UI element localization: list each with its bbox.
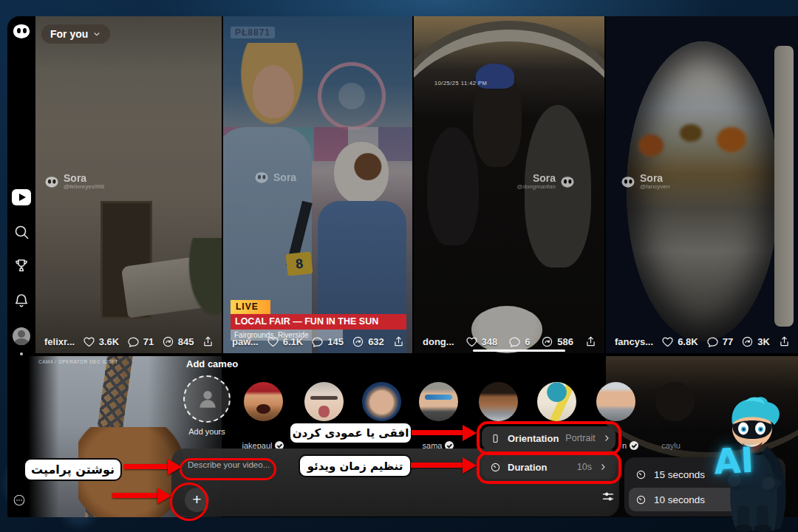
comment-icon: [311, 335, 324, 348]
cameo-name-caylus: caylu: [645, 441, 697, 450]
cameo-avatar-3[interactable]: [362, 382, 401, 421]
sora-watermark: Sora @dongmanfan: [516, 173, 575, 191]
cameo-avatar-sama[interactable]: [419, 382, 458, 421]
video-stats-row: fancys... 6.8K 77 3K: [615, 335, 791, 348]
add-cameo-title: Add cameo: [186, 358, 238, 369]
share-icon[interactable]: [584, 335, 597, 348]
feed-filter-label: For you: [50, 28, 88, 40]
remix-icon: [741, 335, 754, 348]
sora-ghost-logo-icon: [46, 177, 58, 187]
video-card-4[interactable]: Sora @fancyven fancys... 6.8K 77 3K: [606, 16, 798, 353]
share-icon[interactable]: [202, 335, 214, 348]
like-count: 348: [482, 336, 498, 347]
annotation-duration-label: تنظیم زمان ویدئو: [299, 454, 412, 477]
remix-button[interactable]: 845: [162, 335, 194, 348]
comment-count: 77: [723, 336, 733, 347]
add-yours-button[interactable]: [183, 375, 231, 423]
video-card-3[interactable]: 10/25/25 11:42 PM Sora @dongmanfan dong.…: [414, 16, 604, 353]
annotation-highlight-orientation: [477, 421, 621, 455]
sora-watermark: Sora: [254, 171, 296, 184]
cameo-avatar-6[interactable]: [537, 382, 576, 421]
remix-count: 586: [557, 336, 573, 347]
watermark-handle: @dongmanfan: [516, 184, 556, 191]
annotation-arrow: [124, 464, 168, 469]
sidebar-home-feed-icon[interactable]: [12, 189, 31, 205]
tune-settings-button[interactable]: [600, 488, 616, 505]
share-icon[interactable]: [778, 335, 791, 348]
watermark-handle: @fancyven: [640, 184, 669, 191]
cameo-avatar-8[interactable]: [655, 382, 695, 421]
like-button[interactable]: 3.6K: [83, 335, 119, 348]
remix-icon: [352, 335, 364, 348]
heart-icon: [661, 335, 674, 348]
feed-filter-button[interactable]: For you: [41, 24, 110, 44]
annotation-arrow: [411, 463, 463, 468]
like-count: 3.6K: [99, 336, 119, 347]
watermark-name: Sora: [64, 173, 104, 184]
heart-icon: [466, 335, 478, 348]
verified-badge-icon: [630, 441, 638, 450]
remix-button[interactable]: 3K: [741, 335, 770, 348]
like-count: 6.1K: [283, 336, 303, 347]
sidebar-search-icon[interactable]: [13, 223, 30, 241]
annotation-arrowhead: [168, 459, 182, 475]
sidebar-leaderboard-trophy-icon[interactable]: [13, 257, 30, 275]
video-card-1[interactable]: Sora @felixreyes996 felixr... 3.6K 71 84…: [35, 16, 222, 353]
cameo-avatar-2[interactable]: [304, 382, 344, 421]
remix-icon: [162, 335, 174, 348]
screenshot-stage: Sora @felixreyes996 felixr... 3.6K 71 84…: [0, 0, 798, 532]
annotation-arrow: [112, 493, 158, 498]
more-options-button[interactable]: [13, 494, 26, 507]
video-author-handle[interactable]: dong...: [423, 336, 454, 347]
watermark-name: Sora: [640, 173, 669, 184]
video-card-2[interactable]: 8 PŁ8871 Sora LIVE LOCAL FAIR — FUN IN T…: [223, 16, 412, 353]
watermark-name: Sora: [533, 173, 556, 184]
annotation-highlight-duration: [477, 451, 621, 484]
comment-button[interactable]: 71: [127, 335, 154, 348]
heart-icon: [267, 335, 279, 348]
annotation-highlight-plus: [170, 482, 208, 521]
like-button[interactable]: 6.1K: [267, 335, 303, 348]
cameo-avatar-5[interactable]: [479, 382, 518, 421]
comment-count: 71: [143, 336, 154, 347]
sora-ghost-logo-icon: [622, 177, 635, 187]
comment-button[interactable]: 77: [706, 335, 733, 348]
remix-count: 632: [368, 336, 384, 347]
annotation-orientation-label: افقی یا عمودی کردن: [289, 422, 412, 444]
mascot-ai-glow-text: AI: [713, 440, 755, 482]
cameo-avatar-7[interactable]: [596, 382, 635, 421]
comment-icon: [508, 335, 521, 348]
remix-button[interactable]: 586: [541, 335, 573, 348]
video-author-handle[interactable]: fancys...: [615, 336, 653, 347]
like-button[interactable]: 6.8K: [661, 335, 698, 348]
chevron-down-icon: [92, 30, 101, 38]
video-stats-row: dong... 348 6 586: [423, 335, 597, 348]
annotation-arrowhead: [157, 488, 171, 504]
sora-watermark: Sora @fancyven: [621, 173, 669, 191]
sidebar-notifications-bell-icon[interactable]: [13, 292, 30, 310]
comment-count: 145: [327, 336, 344, 347]
license-plate-overlay: PŁ8871: [231, 27, 275, 38]
video-progress-bar[interactable]: [473, 349, 565, 352]
video-author-handle[interactable]: paw...: [232, 336, 259, 347]
watermark-handle: @felixreyes996: [64, 184, 104, 191]
remix-count: 845: [178, 336, 194, 347]
comment-icon: [706, 335, 719, 348]
video-author-handle[interactable]: felixr...: [44, 336, 75, 347]
add-yours-label: Add yours: [176, 427, 238, 436]
sora-app-logo[interactable]: [13, 24, 30, 38]
comment-button[interactable]: 145: [311, 335, 344, 348]
cameo-avatar-jakepaul[interactable]: [244, 382, 283, 421]
annotation-arrowhead: [463, 457, 477, 474]
sora-ghost-logo-icon: [256, 172, 268, 183]
comment-button[interactable]: 6: [508, 335, 530, 348]
heart-icon: [83, 335, 95, 348]
share-icon[interactable]: [392, 335, 405, 348]
sidebar-profile-avatar[interactable]: [13, 327, 30, 345]
live-badge: LIVE: [231, 300, 270, 314]
annotation-arrow: [412, 430, 463, 435]
remix-button[interactable]: 632: [352, 335, 384, 348]
like-button[interactable]: 348: [466, 335, 498, 348]
watermark-name: Sora: [273, 172, 296, 183]
remix-count: 3K: [757, 336, 770, 347]
